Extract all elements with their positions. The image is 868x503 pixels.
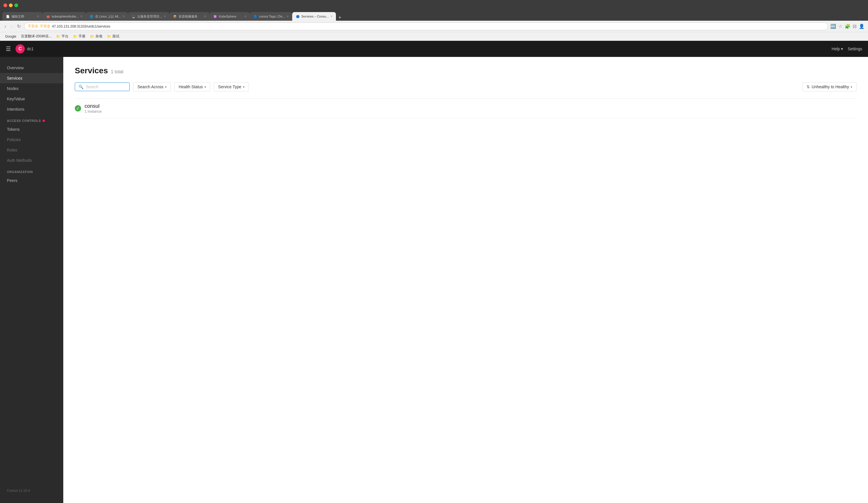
sort-button[interactable]: ⇅ Unhealthy to Healthy ▾	[802, 82, 857, 91]
sidebar-item-peers[interactable]: Peers	[0, 175, 63, 186]
sidebar-footer: Consul v1.15.4	[0, 484, 63, 497]
tab-close-7[interactable]: ×	[287, 14, 289, 18]
help-label: Help	[832, 46, 840, 51]
help-button[interactable]: Help ▾	[832, 46, 843, 51]
tab-favicon-8: 🔵	[296, 14, 300, 18]
traffic-light-close[interactable]	[3, 3, 7, 7]
tab-label-1: 编辑文档	[11, 14, 35, 19]
tab-3[interactable]: 🌐 在 Linux 上以 All... ×	[86, 12, 128, 21]
back-button[interactable]: ‹	[3, 23, 7, 30]
sidebar-item-policies-label: Policies	[7, 137, 21, 142]
service-name: consul	[84, 103, 102, 109]
access-controls-section: ACCESS CONTROLS	[0, 114, 63, 124]
tab-close-5[interactable]: ×	[204, 14, 206, 18]
security-warning: 不安全	[28, 24, 38, 29]
tab-1[interactable]: 📄 编辑文档 ×	[2, 12, 43, 21]
tab-4[interactable]: 🖥️ 云服务器管理控... ×	[128, 12, 169, 21]
profile-icon[interactable]: 👤	[859, 23, 865, 29]
main-content: Services 1 total 🔍 Search Across ▾ Healt…	[63, 57, 868, 503]
browser-tabs-bar: 📄 编辑文档 × 🐙 kubesphere/kube... × 🌐 在 Linu…	[0, 10, 868, 21]
bookmark-google-label: Google	[5, 34, 17, 39]
service-type-button[interactable]: Service Type ▾	[214, 82, 249, 91]
tab-close-3[interactable]: ×	[123, 14, 125, 18]
toolbar-icons: 🔤 ☆ 🧩 ⊟ 👤	[830, 23, 865, 29]
bookmarks-bar: Google 百度翻译-200种语... 📁 平台 📁 手册 📁 杂项 📁 面试	[0, 32, 868, 41]
address-bar[interactable]: 不安全 不安全 47.103.131.208:31333/ui/dc1/serv…	[24, 22, 828, 30]
bookmark-platform-icon: 📁	[56, 34, 60, 39]
help-chevron-icon: ▾	[841, 46, 843, 51]
app-body: Overview Services Nodes Key/Value Intent…	[0, 57, 868, 503]
consul-logo: C	[16, 44, 25, 53]
new-tab-button[interactable]: +	[336, 15, 344, 21]
sidebar-item-auth-methods-label: Auth Methods	[7, 158, 32, 163]
sidebar-item-overview[interactable]: Overview	[0, 63, 63, 73]
sidebar-item-services[interactable]: Services	[0, 73, 63, 83]
tab-close-2[interactable]: ×	[81, 14, 83, 18]
sidebar-item-intentions[interactable]: Intentions	[0, 104, 63, 114]
traffic-light-maximize[interactable]	[14, 3, 18, 7]
header-logo: C dc1	[16, 44, 34, 53]
search-input[interactable]	[86, 84, 126, 89]
tab-close-4[interactable]: ×	[164, 14, 166, 18]
bookmark-misc-icon: 📁	[90, 34, 94, 39]
health-status-chevron-icon: ▾	[205, 85, 206, 88]
service-type-label: Service Type	[218, 84, 241, 89]
page-title-count: 1 total	[111, 69, 123, 74]
tab-close-1[interactable]: ×	[37, 14, 39, 18]
tab-label-8: Services – Consu...	[301, 15, 329, 18]
bookmark-manual[interactable]: 📁 手册	[71, 33, 87, 39]
bookmark-google[interactable]: Google	[3, 34, 18, 39]
health-status-button[interactable]: Health Status ▾	[174, 82, 210, 91]
service-item-consul[interactable]: ✓ consul 1 instance	[75, 98, 857, 118]
tab-6[interactable]: ☸️ KubeSphere ×	[210, 12, 250, 21]
sidebar-toggle-icon[interactable]: ⊟	[853, 23, 857, 29]
bookmark-icon[interactable]: ☆	[838, 23, 843, 29]
tab-2[interactable]: 🐙 kubesphere/kube... ×	[43, 12, 86, 21]
sidebar-item-auth-methods[interactable]: Auth Methods	[0, 155, 63, 166]
bookmark-misc[interactable]: 📁 杂项	[88, 33, 104, 39]
tab-5[interactable]: 📦 容器镜像服务 ×	[169, 12, 210, 21]
bookmark-baidu-label: 百度翻译-200种语...	[21, 34, 51, 39]
organization-section: ORGANIZATION	[0, 166, 63, 175]
address-text: 47.103.131.208:31333/ui/dc1/services	[52, 24, 111, 29]
filters-bar: 🔍 Search Across ▾ Health Status ▾ Servic…	[75, 82, 857, 91]
reload-button[interactable]: ↻	[16, 23, 22, 30]
bookmark-baidu[interactable]: 百度翻译-200种语...	[19, 33, 53, 39]
datacenter-label: dc1	[27, 46, 34, 51]
tab-label-6: KubeSphere	[219, 15, 243, 18]
settings-button[interactable]: Settings	[848, 46, 862, 51]
sidebar-item-policies[interactable]: Policies	[0, 135, 63, 145]
traffic-light-minimize[interactable]	[9, 3, 13, 7]
sidebar-item-key-value[interactable]: Key/Value	[0, 94, 63, 104]
hamburger-menu[interactable]: ☰	[6, 45, 11, 52]
sidebar-item-services-label: Services	[7, 76, 22, 81]
search-box[interactable]: 🔍	[75, 83, 130, 91]
organization-label: ORGANIZATION	[7, 170, 33, 174]
sidebar-item-tokens[interactable]: Tokens	[0, 124, 63, 135]
tab-7[interactable]: 🔵 consul Tags | Do... ×	[250, 12, 292, 21]
forward-button[interactable]: ›	[10, 23, 13, 30]
security-label: 不安全	[40, 24, 50, 29]
tab-8[interactable]: 🔵 Services – Consu... ×	[292, 12, 336, 21]
tab-label-7: consul Tags | Do...	[259, 15, 285, 18]
tab-favicon-7: 🔵	[254, 14, 257, 18]
search-across-button[interactable]: Search Across ▾	[133, 82, 171, 91]
bookmark-platform[interactable]: 📁 平台	[54, 33, 70, 39]
translate-icon[interactable]: 🔤	[830, 23, 836, 29]
tab-close-8[interactable]: ×	[330, 14, 332, 18]
sidebar: Overview Services Nodes Key/Value Intent…	[0, 57, 63, 503]
sidebar-item-nodes[interactable]: Nodes	[0, 83, 63, 94]
sidebar-item-overview-label: Overview	[7, 65, 23, 70]
app-header: ☰ C dc1 Help ▾ Settings	[0, 41, 868, 57]
sort-label: Unhealthy to Healthy	[812, 84, 849, 89]
sidebar-item-nodes-label: Nodes	[7, 86, 18, 91]
extensions-icon[interactable]: 🧩	[845, 23, 850, 29]
tab-favicon-1: 📄	[6, 14, 10, 18]
tab-label-5: 容器镜像服务	[179, 14, 203, 19]
access-dot-icon	[43, 119, 45, 122]
tab-close-6[interactable]: ×	[245, 14, 247, 18]
sidebar-item-roles[interactable]: Roles	[0, 145, 63, 155]
bookmark-interview[interactable]: 📁 面试	[105, 33, 121, 39]
search-across-label: Search Across	[137, 84, 163, 89]
tab-favicon-5: 📦	[173, 14, 177, 18]
